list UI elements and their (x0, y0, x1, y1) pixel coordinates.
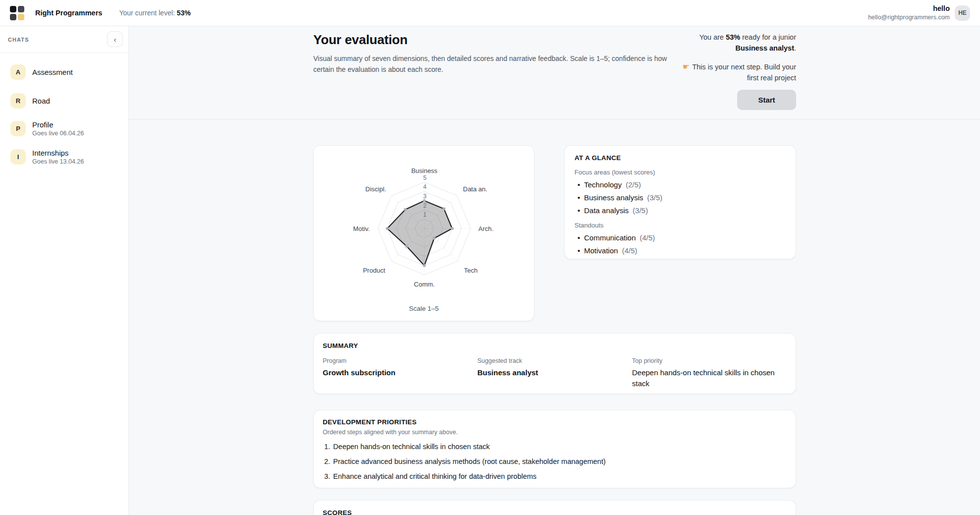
current-level-label: Your current level: (119, 9, 174, 17)
focus-item: • Data analysis (3/5) (575, 206, 786, 215)
sidebar-item-road[interactable]: R Road (10, 93, 122, 109)
sidebar-item-label: Internships (32, 149, 84, 157)
summary-title: SUMMARY (323, 342, 787, 349)
sidebar-item-label: Road (32, 97, 50, 105)
svg-text:5: 5 (423, 174, 427, 181)
next-step-text: ☛This is your next step. Build your firs… (611, 61, 796, 84)
svg-text:Business: Business (411, 167, 438, 174)
sidebar-header: CHATS ‹ (0, 26, 128, 53)
svg-text:4: 4 (423, 183, 427, 190)
sidebar: CHATS ‹ A Assessment R Road P Profile Go… (0, 26, 129, 515)
sidebar-item-label: Profile (32, 120, 84, 129)
bullet-icon: • (577, 206, 580, 215)
scores-title: SCORES (323, 509, 787, 515)
development-priorities-card: DEVELOPMENT PRIORITIES Ordered steps ali… (313, 410, 796, 488)
user-email: hello@rightprogrammers.com (868, 13, 950, 21)
glance-title: AT A GLANCE (575, 154, 786, 162)
svg-text:2: 2 (423, 202, 427, 209)
summary-card: SUMMARY Program Growth subscription Sugg… (313, 333, 796, 394)
app-header: Right Programmers Your current level: 53… (0, 0, 980, 26)
standout-item: • Motivation (4/5) (575, 246, 786, 255)
internships-avatar: I (10, 149, 26, 165)
readiness-panel: You are 53% ready for a junior Business … (611, 32, 796, 110)
svg-text:1: 1 (423, 211, 427, 218)
sidebar-item-assessment[interactable]: A Assessment (10, 64, 122, 80)
sidebar-collapse-button[interactable]: ‹ (107, 31, 123, 47)
summary-col-track: Suggested track Business analyst (477, 357, 632, 389)
svg-text:Comm.: Comm. (414, 281, 435, 288)
assessment-avatar: A (10, 64, 26, 80)
readiness-role: Business analyst (735, 44, 794, 52)
at-a-glance-card: AT A GLANCE Focus areas (lowest scores) … (564, 145, 796, 259)
user-avatar[interactable]: HE (955, 5, 970, 21)
svg-text:Discipl.: Discipl. (365, 185, 386, 193)
priority-item: 2. Practice advanced business analysis m… (323, 458, 787, 465)
section-divider (129, 119, 980, 119)
user-info: hello hello@rightprogrammers.com (868, 4, 950, 21)
summary-col-priority: Top priority Deepen hands-on technical s… (632, 357, 787, 389)
svg-text:Tech: Tech (464, 267, 477, 274)
brand-title: Right Programmers (35, 9, 102, 17)
scores-card: SCORES (313, 500, 796, 515)
radar-chart: 12345BusinessData an.Arch.TechComm.Produ… (314, 146, 535, 304)
readiness-percent: 53% (726, 33, 740, 41)
chats-heading: CHATS (8, 37, 29, 43)
readiness-text: You are 53% ready for a junior Business … (611, 32, 796, 54)
focus-item: • Business analysis (3/5) (575, 193, 786, 202)
radar-scale-caption: Scale 1–5 (314, 305, 534, 312)
user-name: hello (868, 4, 950, 13)
sidebar-item-label: Assessment (32, 68, 73, 76)
svg-text:3: 3 (423, 193, 427, 200)
current-level: Your current level: 53% (119, 9, 190, 17)
svg-text:Data an.: Data an. (463, 185, 487, 193)
sidebar-item-sublabel: Goes live 06.04.26 (32, 130, 84, 137)
svg-text:Motiv.: Motiv. (353, 225, 370, 232)
bullet-icon: • (577, 233, 580, 242)
priority-item: 1. Deepen hands-on technical skills in c… (323, 443, 787, 451)
priorities-subtitle: Ordered steps aligned with your summary … (323, 429, 787, 436)
summary-col-program: Program Growth subscription (323, 357, 477, 389)
bullet-icon: • (577, 193, 580, 202)
current-level-value: 53% (177, 9, 191, 17)
road-avatar: R (10, 93, 26, 109)
sidebar-item-internships[interactable]: I Internships Goes live 13.04.26 (10, 149, 122, 165)
profile-avatar: P (10, 121, 26, 136)
sidebar-item-profile[interactable]: P Profile Goes live 06.04.26 (10, 120, 122, 137)
focus-item: • Technology (2/5) (575, 180, 786, 189)
bullet-icon: • (577, 246, 580, 255)
svg-text:Product: Product (363, 267, 385, 274)
chevron-left-icon: ‹ (114, 35, 116, 44)
app-logo-icon (10, 6, 24, 20)
priorities-title: DEVELOPMENT PRIORITIES (323, 418, 787, 426)
main-content: Your evaluation Visual summary of seven … (129, 26, 980, 515)
start-button[interactable]: Start (737, 90, 796, 110)
priority-item: 3. Enhance analytical and critical think… (323, 472, 787, 480)
pointing-finger-icon: ☛ (683, 62, 690, 71)
svg-text:Arch.: Arch. (478, 225, 493, 232)
standout-item: • Communication (4/5) (575, 233, 786, 242)
radar-chart-card: 12345BusinessData an.Arch.TechComm.Produ… (313, 145, 534, 321)
bullet-icon: • (577, 180, 580, 189)
focus-areas-label: Focus areas (lowest scores) (575, 169, 786, 176)
standouts-label: Standouts (575, 222, 786, 229)
sidebar-item-sublabel: Goes live 13.04.26 (32, 158, 84, 165)
